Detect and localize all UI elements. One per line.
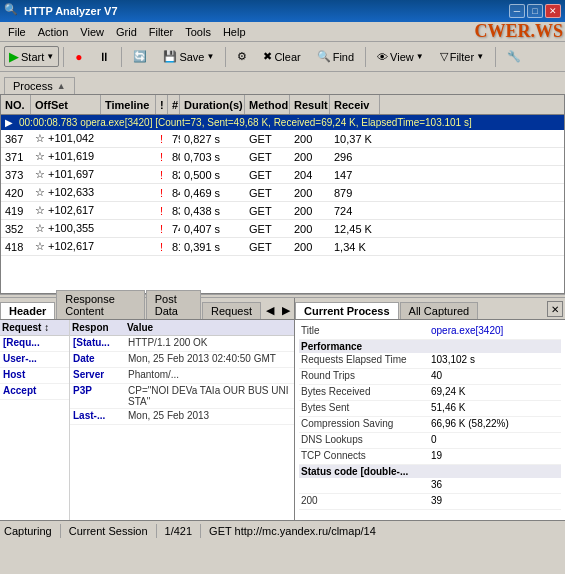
resp-kv-row: Last-... Mon, 25 Feb 2013 bbox=[70, 409, 294, 425]
cell-no: 352 bbox=[1, 222, 31, 236]
find-icon: 🔍 bbox=[317, 50, 331, 63]
resp-key: Server bbox=[70, 368, 125, 383]
col-header-offset[interactable]: OffSet bbox=[31, 95, 101, 114]
app-icon: 🔍 bbox=[4, 3, 20, 19]
main-table: NO. OffSet Timeline ! # Duration(s) ▼ Me… bbox=[0, 94, 565, 294]
start-label: Start bbox=[21, 51, 44, 63]
minimize-button[interactable]: ─ bbox=[509, 4, 525, 18]
cell-recv: 147 bbox=[330, 168, 380, 182]
cell-method: GET bbox=[245, 168, 290, 182]
view-button[interactable]: 👁 View ▼ bbox=[370, 45, 431, 69]
col-header-method[interactable]: Method bbox=[245, 95, 290, 114]
cell-duration: 0,469 s bbox=[180, 186, 245, 200]
tab-right-arrow[interactable]: ▶ bbox=[278, 302, 294, 319]
status-count: 1/421 bbox=[165, 525, 193, 537]
pause-button[interactable]: ⏸ bbox=[91, 45, 117, 69]
cp-compression-value: 66,96 K (58,22%) bbox=[429, 417, 511, 430]
menu-help[interactable]: Help bbox=[217, 24, 252, 40]
find-button[interactable]: 🔍 Find bbox=[310, 45, 361, 69]
settings-button[interactable]: ⚙ bbox=[230, 45, 254, 69]
clear-button[interactable]: ✖ Clear bbox=[256, 45, 307, 69]
reload-button[interactable]: 🔄 bbox=[126, 45, 154, 69]
cp-title-label: Title bbox=[299, 324, 429, 337]
cell-recv: 724 bbox=[330, 204, 380, 218]
table-row[interactable]: 373 ☆ +101,697 ! 82 0,500 s GET 204 147 bbox=[1, 166, 564, 184]
col-header-result[interactable]: Result bbox=[290, 95, 330, 114]
tab-response-content[interactable]: Response Content bbox=[56, 290, 144, 319]
performance-section-header: Performance bbox=[299, 340, 561, 353]
menu-file[interactable]: File bbox=[2, 24, 32, 40]
highlight-row-icon: ▶ bbox=[5, 117, 13, 128]
filter-label: Filter bbox=[450, 51, 474, 63]
view-icon: 👁 bbox=[377, 51, 388, 63]
save-arrow-icon: ▼ bbox=[206, 52, 214, 61]
close-button[interactable]: ✕ bbox=[545, 4, 561, 18]
extra-button[interactable]: 🔧 bbox=[500, 45, 528, 69]
save-button[interactable]: 💾 Save ▼ bbox=[156, 45, 221, 69]
cell-hash: 81 bbox=[168, 240, 180, 254]
menu-tools[interactable]: Tools bbox=[179, 24, 217, 40]
maximize-button[interactable]: □ bbox=[527, 4, 543, 18]
cp-bytes-received-value: 69,24 K bbox=[429, 385, 467, 398]
pause-icon: ⏸ bbox=[98, 50, 110, 64]
col-header-hash[interactable]: # bbox=[168, 95, 180, 114]
cp-bytes-received-label: Bytes Received bbox=[299, 385, 429, 398]
menu-view[interactable]: View bbox=[74, 24, 110, 40]
tab-all-captured[interactable]: All Captured bbox=[400, 302, 479, 319]
menu-filter[interactable]: Filter bbox=[143, 24, 179, 40]
req-key-row: Host bbox=[0, 368, 69, 384]
stop-button[interactable]: ● bbox=[68, 45, 89, 69]
resp-kv-row: [Statu... HTTP/1.1 200 OK bbox=[70, 336, 294, 352]
req-key-row: User-... bbox=[0, 352, 69, 368]
table-row[interactable]: 418 ☆ +102,617 ! 81 0,391 s GET 200 1,34… bbox=[1, 238, 564, 256]
cell-recv: 10,37 K bbox=[330, 132, 380, 146]
tab-current-process[interactable]: Current Process bbox=[295, 302, 399, 319]
cp-bytes-sent-label: Bytes Sent bbox=[299, 401, 429, 414]
cp-bytes-sent-value: 51,46 K bbox=[429, 401, 467, 414]
clear-icon: ✖ bbox=[263, 50, 272, 63]
cell-method: GET bbox=[245, 222, 290, 236]
menu-action[interactable]: Action bbox=[32, 24, 75, 40]
tab-request[interactable]: Request bbox=[202, 302, 261, 319]
table-row[interactable]: 352 ☆ +100,355 ! 74 0,407 s GET 200 12,4… bbox=[1, 220, 564, 238]
highlight-row-bar[interactable]: ▶ 00:00:08.783 opera.exe[3420] [Count=73… bbox=[1, 115, 564, 130]
app-title: HTTP Analyzer V7 bbox=[24, 5, 509, 17]
cp-status-200-value: 39 bbox=[429, 494, 444, 507]
cell-no: 420 bbox=[1, 186, 31, 200]
cell-recv: 879 bbox=[330, 186, 380, 200]
highlight-row-text: 00:00:08.783 opera.exe[3420] [Count=73, … bbox=[19, 117, 472, 128]
menu-grid[interactable]: Grid bbox=[110, 24, 143, 40]
req-key: Host bbox=[0, 368, 69, 383]
col-header-recv[interactable]: Receiv bbox=[330, 95, 380, 114]
right-panel-close-button[interactable]: ✕ bbox=[547, 301, 563, 317]
process-tab-item[interactable]: Process ▲ bbox=[4, 77, 75, 94]
resp-val: Mon, 25 Feb 2013 02:40:50 GMT bbox=[125, 352, 294, 367]
process-tab-bar: Process ▲ bbox=[0, 72, 565, 94]
table-row[interactable]: 371 ☆ +101,619 ! 80 0,703 s GET 200 296 bbox=[1, 148, 564, 166]
table-row[interactable]: 420 ☆ +102,633 ! 84 0,469 s GET 200 879 bbox=[1, 184, 564, 202]
start-button[interactable]: ▶ Start ▼ bbox=[4, 46, 59, 67]
tab-header[interactable]: Header bbox=[0, 302, 55, 319]
separator-3 bbox=[225, 47, 226, 67]
cell-timeline bbox=[101, 156, 156, 158]
filter-button[interactable]: ▽ Filter ▼ bbox=[433, 45, 491, 69]
resp-key: [Statu... bbox=[70, 336, 125, 351]
cell-offset: ☆ +101,619 bbox=[31, 149, 101, 164]
table-row[interactable]: 367 ☆ +101,042 ! 79 0,827 s GET 200 10,3… bbox=[1, 130, 564, 148]
cell-duration: 0,391 s bbox=[180, 240, 245, 254]
table-row[interactable]: 419 ☆ +102,617 ! 83 0,438 s GET 200 724 bbox=[1, 202, 564, 220]
cp-dns-value: 0 bbox=[429, 433, 439, 446]
col-header-duration[interactable]: Duration(s) ▼ bbox=[180, 95, 245, 114]
cell-exc: ! bbox=[156, 186, 168, 200]
col-header-exc[interactable]: ! bbox=[156, 95, 168, 114]
col-header-timeline[interactable]: Timeline bbox=[101, 95, 156, 114]
separator-5 bbox=[495, 47, 496, 67]
cell-timeline bbox=[101, 174, 156, 176]
tab-left-arrow[interactable]: ◀ bbox=[262, 302, 278, 319]
cp-elapsed-time-value: 103,102 s bbox=[429, 353, 477, 366]
tab-post-data[interactable]: Post Data bbox=[146, 290, 201, 319]
cell-timeline bbox=[101, 228, 156, 230]
cell-exc: ! bbox=[156, 150, 168, 164]
col-header-no[interactable]: NO. bbox=[1, 95, 31, 114]
cell-no: 367 bbox=[1, 132, 31, 146]
